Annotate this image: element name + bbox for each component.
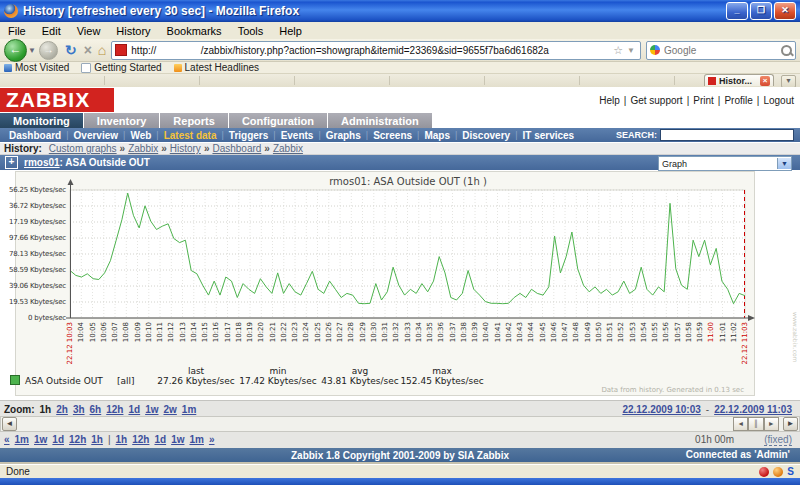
noscript-icon[interactable]: S	[787, 467, 794, 477]
menu-item-view[interactable]: View	[69, 25, 109, 37]
sub-menu-maps[interactable]: Maps	[419, 130, 455, 141]
sub-menu-triggers[interactable]: Triggers	[224, 130, 273, 141]
forward-button[interactable]: →	[39, 41, 58, 60]
main-menu-administration[interactable]: Administration	[328, 113, 432, 128]
move-right-1h[interactable]: 1h	[116, 434, 128, 445]
main-menu-monitoring[interactable]: Monitoring	[0, 113, 83, 128]
x-tick: 11:00	[707, 322, 715, 342]
sub-menu-graphs[interactable]: Graphs	[321, 130, 366, 141]
move-right-1m[interactable]: 1m	[189, 434, 203, 445]
web-search-input[interactable]	[660, 44, 781, 57]
restore-button[interactable]: ❐	[750, 2, 772, 20]
zoom-link-3h[interactable]: 3h	[73, 404, 85, 415]
bookmark-latest-headlines[interactable]: Latest Headlines	[174, 62, 260, 73]
expand-plus-icon[interactable]: +	[5, 156, 18, 169]
sub-menu-events[interactable]: Events	[276, 130, 319, 141]
move-left-1d[interactable]: 1d	[52, 434, 64, 445]
scrollbar-slider[interactable]: ◄ ║ ►	[733, 417, 779, 431]
move-left-1w[interactable]: 1w	[34, 434, 47, 445]
close-button[interactable]: ✕	[774, 2, 796, 20]
x-tick: 10:47	[561, 322, 569, 342]
zoom-link-1w[interactable]: 1w	[145, 404, 158, 415]
x-tick: 10:58	[685, 322, 693, 342]
legend-series-name: ASA Outside OUT	[25, 376, 117, 386]
top-link-profile[interactable]: Profile	[724, 95, 752, 106]
zabbix-search-input[interactable]	[660, 129, 794, 141]
menu-item-tools[interactable]: Tools	[230, 25, 272, 37]
main-menu-inventory[interactable]: Inventory	[84, 113, 160, 128]
adblock-icon[interactable]	[759, 467, 769, 477]
move-right-[interactable]: »	[209, 434, 215, 445]
period-to-link[interactable]: 22.12.2009 11:03	[714, 404, 792, 415]
sub-menu-dashboard[interactable]: Dashboard	[4, 130, 66, 141]
sub-menu-overview[interactable]: Overview	[69, 130, 123, 141]
bookmark-most-visited[interactable]: Most Visited	[4, 62, 69, 73]
google-icon	[650, 45, 660, 55]
tab-history[interactable]: Histor... ×	[704, 74, 774, 86]
address-bar[interactable]: ☆ ▼	[111, 41, 641, 60]
scroll-right-icon[interactable]: ►	[783, 417, 798, 431]
url-dropdown-icon[interactable]: ▼	[625, 46, 637, 55]
move-right-1d[interactable]: 1d	[154, 434, 166, 445]
legend-stat-last: last27.26 Kbytes/sec	[155, 366, 237, 386]
fixed-toggle-link[interactable]: (fixed)	[764, 434, 792, 446]
addon-orange-icon[interactable]	[773, 467, 783, 477]
move-right-12h[interactable]: 12h	[132, 434, 149, 445]
menu-item-edit[interactable]: Edit	[34, 25, 69, 37]
menu-item-help[interactable]: Help	[271, 25, 310, 37]
time-scrollbar[interactable]: ◄ ◄ ║ ► ►	[0, 416, 800, 432]
menu-item-bookmarks[interactable]: Bookmarks	[159, 25, 230, 37]
bookmark-getting-started[interactable]: Getting Started	[81, 62, 161, 73]
sub-menu-latest-data[interactable]: Latest data	[159, 130, 222, 141]
back-button[interactable]: ←	[4, 39, 27, 62]
zoom-link-2w[interactable]: 2w	[163, 404, 176, 415]
move-left-[interactable]: «	[4, 434, 10, 445]
home-button[interactable]: ⌂	[95, 42, 111, 58]
tab-close-icon[interactable]: ×	[760, 76, 770, 86]
breadcrumb-custom-graphs-0[interactable]: Custom graphs	[49, 143, 117, 154]
back-history-caret[interactable]: ▼	[28, 46, 36, 55]
main-menu-reports[interactable]: Reports	[160, 113, 228, 128]
zoom-link-6h[interactable]: 6h	[90, 404, 102, 415]
reload-button[interactable]: ↻	[61, 42, 81, 58]
top-link-logout[interactable]: Logout	[763, 95, 794, 106]
scroll-left-icon[interactable]: ◄	[2, 417, 17, 431]
minimize-button[interactable]: _	[726, 2, 748, 20]
move-left-12h[interactable]: 12h	[69, 434, 86, 445]
breadcrumb-zabbix-1[interactable]: Zabbix	[128, 143, 158, 154]
search-magnifier-icon[interactable]	[781, 45, 792, 56]
zoom-link-1m[interactable]: 1m	[182, 404, 196, 415]
y-tick: 17.19 Kbytes/sec	[9, 218, 66, 226]
sub-menu-discovery[interactable]: Discovery	[457, 130, 515, 141]
move-left-1m[interactable]: 1m	[15, 434, 29, 445]
breadcrumb-dashboard-3[interactable]: Dashboard	[212, 143, 261, 154]
widget-host-link[interactable]: rmos01	[24, 157, 60, 168]
top-link-get-support[interactable]: Get support	[630, 95, 682, 106]
slider-grip[interactable]: ║	[748, 417, 763, 431]
move-left-1h[interactable]: 1h	[91, 434, 103, 445]
zoom-link-12h[interactable]: 12h	[106, 404, 123, 415]
menu-item-history[interactable]: History	[108, 25, 158, 37]
main-menu-configuration[interactable]: Configuration	[229, 113, 327, 128]
slider-right-handle[interactable]: ►	[764, 417, 779, 431]
sub-menu-screens[interactable]: Screens	[368, 130, 417, 141]
breadcrumb-history-2[interactable]: History	[170, 143, 201, 154]
stat-header: avg	[352, 366, 369, 376]
zoom-link-2h[interactable]: 2h	[56, 404, 68, 415]
menu-item-file[interactable]: File	[0, 25, 34, 37]
sub-menu-web[interactable]: Web	[125, 130, 156, 141]
zoom-link-1d[interactable]: 1d	[128, 404, 140, 415]
stop-button[interactable]: ×	[81, 42, 95, 58]
move-right-1w[interactable]: 1w	[171, 434, 184, 445]
graph-type-dropdown[interactable]: Graph ▼	[658, 156, 792, 171]
breadcrumb-zabbix-4[interactable]: Zabbix	[273, 143, 303, 154]
top-link-help[interactable]: Help	[599, 95, 620, 106]
graph-watermark: www.zabbix.com	[792, 312, 799, 362]
sub-menu-it-services[interactable]: IT services	[517, 130, 579, 141]
period-from-link[interactable]: 22.12.2009 10:03	[622, 404, 700, 415]
web-search-bar[interactable]	[646, 41, 796, 60]
url-input[interactable]	[127, 45, 611, 56]
slider-left-handle[interactable]: ◄	[733, 417, 748, 431]
bookmark-star-icon[interactable]: ☆	[611, 44, 625, 57]
top-link-print[interactable]: Print	[693, 95, 714, 106]
